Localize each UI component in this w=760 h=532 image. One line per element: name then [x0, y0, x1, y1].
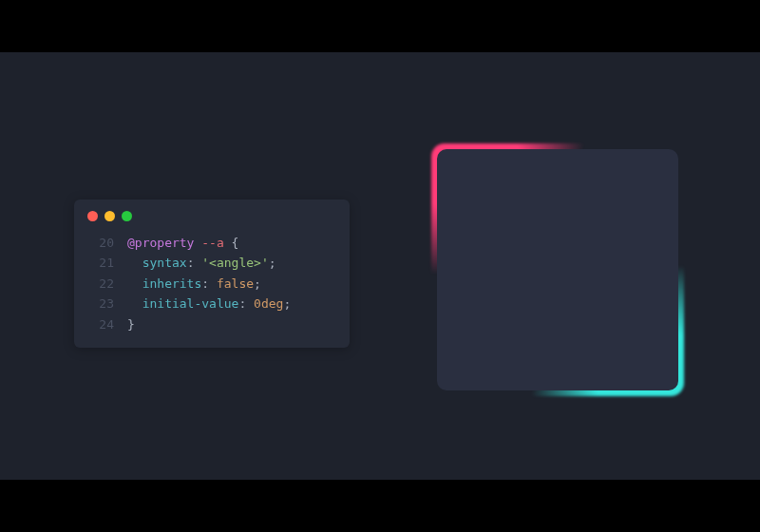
line-number: 22	[87, 274, 114, 294]
presentation-stage: 20 @property --a { 21 syntax : '<angle>'…	[0, 52, 760, 480]
token-property: initial-value	[142, 294, 239, 314]
code-editor-window: 20 @property --a { 21 syntax : '<angle>'…	[74, 200, 350, 348]
token-indent	[127, 294, 142, 314]
token-property-name: --a	[201, 233, 223, 253]
code-block: 20 @property --a { 21 syntax : '<angle>'…	[87, 233, 336, 334]
token-colon: :	[187, 253, 202, 273]
token-string: '<angle>'	[201, 253, 268, 273]
line-number: 21	[87, 253, 114, 273]
token-semicolon: ;	[254, 274, 261, 294]
token-colon: :	[201, 274, 217, 294]
glow-border-demo	[431, 143, 684, 396]
close-icon[interactable]	[87, 211, 98, 221]
minimize-icon[interactable]	[104, 211, 115, 221]
code-line: 20 @property --a {	[87, 233, 336, 253]
token-indent	[127, 253, 142, 273]
token-colon: :	[238, 294, 254, 314]
code-line: 24 }	[87, 314, 336, 334]
token-semicolon: ;	[269, 253, 276, 273]
line-number: 24	[87, 314, 114, 334]
token-boolean: false	[217, 274, 254, 294]
token-at-rule: @property	[127, 233, 194, 253]
glow-border-fill	[437, 149, 678, 390]
code-line: 21 syntax : '<angle>' ;	[87, 253, 336, 273]
token-property: syntax	[142, 253, 187, 273]
line-number: 20	[87, 233, 114, 253]
line-number: 23	[87, 294, 114, 314]
token-semicolon: ;	[283, 294, 291, 314]
token-property: inherits	[142, 274, 202, 294]
token-brace: }	[127, 314, 135, 334]
token-brace: {	[232, 233, 239, 253]
window-controls	[87, 211, 336, 221]
code-line: 23 initial-value : 0deg ;	[87, 294, 336, 314]
code-line: 22 inherits : false ;	[87, 274, 336, 294]
token-space	[224, 233, 232, 253]
token-indent	[127, 274, 142, 294]
token-number: 0deg	[254, 294, 283, 314]
token-space	[194, 233, 201, 253]
maximize-icon[interactable]	[122, 211, 132, 221]
